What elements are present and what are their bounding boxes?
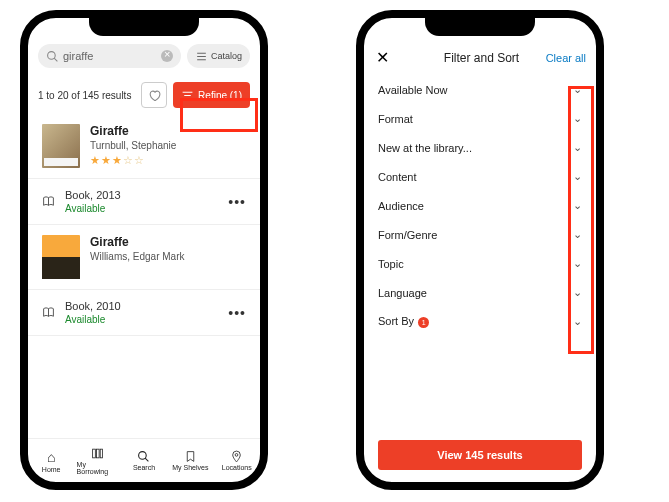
bookmark-icon [184,450,197,463]
tab-label: Home [42,466,61,473]
filter-label: Topic [378,258,573,270]
tab-label: Locations [222,464,252,471]
book-icon [42,306,55,319]
favorite-button[interactable] [141,82,167,108]
svg-rect-12 [100,449,102,458]
result-format-row[interactable]: Book, 2010 Available ••• [28,290,260,336]
result-card[interactable]: Giraffe Turnbull, Stephanie ★★★☆☆ [28,114,260,179]
tab-my-shelves[interactable]: My Shelves [169,450,211,471]
filter-audience[interactable]: Audience⌄ [378,191,582,220]
filter-label: Content [378,171,573,183]
filter-new-at-library[interactable]: New at the library...⌄ [378,133,582,162]
svg-point-13 [139,452,147,460]
result-author: Williams, Edgar Mark [90,251,246,262]
filter-label-text: Sort By [378,315,414,327]
book-cover-thumbnail [42,124,80,168]
chevron-down-icon: ⌄ [573,228,582,241]
tab-search[interactable]: Search [123,450,165,471]
filter-label: Language [378,287,573,299]
filter-label: New at the library... [378,142,573,154]
book-icon [42,195,55,208]
format-year: Book, 2010 [65,300,218,312]
view-results-button[interactable]: View 145 results [378,440,582,470]
chevron-down-icon: ⌄ [573,112,582,125]
filter-content[interactable]: Content⌄ [378,162,582,191]
notch [89,18,199,36]
chevron-down-icon: ⌄ [573,199,582,212]
filter-list: Available Now⌄ Format⌄ New at the librar… [364,75,596,336]
svg-rect-11 [96,449,99,458]
clear-search-icon[interactable] [161,50,173,62]
chevron-down-icon: ⌄ [573,141,582,154]
result-card[interactable]: Giraffe Williams, Edgar Mark [28,225,260,290]
list-icon [195,50,208,63]
filter-language[interactable]: Language⌄ [378,278,582,307]
svg-point-15 [235,454,238,457]
view-results-label: View 145 results [437,449,522,461]
phone-right: ✕ Filter and Sort Clear all Available No… [356,10,604,490]
refine-label: Refine (1) [198,90,242,101]
borrowing-icon [91,447,104,460]
filter-available-now[interactable]: Available Now⌄ [378,75,582,104]
location-icon [230,450,243,463]
filter-label: Audience [378,200,573,212]
heart-icon [148,89,161,102]
filter-count-badge: 1 [418,317,429,328]
phone-left: giraffe Catalog 1 to 20 of 145 results R… [20,10,268,490]
result-format-row[interactable]: Book, 2013 Available ••• [28,179,260,225]
notch [425,18,535,36]
more-icon[interactable]: ••• [228,305,246,321]
availability-label: Available [65,203,218,214]
results-summary: 1 to 20 of 145 results [38,90,135,101]
home-icon: ⌂ [47,449,55,465]
availability-label: Available [65,314,218,325]
svg-rect-10 [93,449,96,458]
filter-format[interactable]: Format⌄ [378,104,582,133]
clear-all-button[interactable]: Clear all [546,52,586,64]
filter-label: Available Now [378,84,573,96]
filter-icon [181,89,194,102]
filter-label: Form/Genre [378,229,573,241]
filter-sort-by[interactable]: Sort By1 ⌄ [378,307,582,336]
tab-locations[interactable]: Locations [216,450,258,471]
tab-my-borrowing[interactable]: My Borrowing [77,447,119,475]
tab-label: My Borrowing [77,461,119,475]
format-year: Book, 2013 [65,189,218,201]
catalog-selector[interactable]: Catalog [187,44,250,68]
filter-label: Sort By1 [378,315,573,328]
search-results-screen: giraffe Catalog 1 to 20 of 145 results R… [28,18,260,482]
results-list[interactable]: Giraffe Turnbull, Stephanie ★★★☆☆ Book, … [28,114,260,438]
chevron-down-icon: ⌄ [573,286,582,299]
chevron-down-icon: ⌄ [573,83,582,96]
tab-home[interactable]: ⌂ Home [30,449,72,473]
svg-line-1 [54,58,57,61]
svg-line-14 [146,458,149,461]
result-title: Giraffe [90,235,246,249]
tab-label: Search [133,464,155,471]
chevron-down-icon: ⌄ [573,170,582,183]
svg-point-0 [48,51,56,59]
filter-topic[interactable]: Topic⌄ [378,249,582,278]
rating-stars: ★★★☆☆ [90,154,246,167]
refine-button[interactable]: Refine (1) [173,82,250,108]
result-author: Turnbull, Stephanie [90,140,246,151]
search-query-text: giraffe [63,50,157,62]
bottom-tabbar: ⌂ Home My Borrowing Search My Shelves Lo… [28,438,260,482]
catalog-label: Catalog [211,51,242,61]
filter-label: Format [378,113,573,125]
filter-sort-screen: ✕ Filter and Sort Clear all Available No… [364,18,596,482]
book-cover-thumbnail [42,235,80,279]
filter-form-genre[interactable]: Form/Genre⌄ [378,220,582,249]
more-icon[interactable]: ••• [228,194,246,210]
search-icon [137,450,150,463]
chevron-down-icon: ⌄ [573,315,582,328]
result-title: Giraffe [90,124,246,138]
search-icon [46,50,59,63]
chevron-down-icon: ⌄ [573,257,582,270]
tab-label: My Shelves [172,464,208,471]
search-input[interactable]: giraffe [38,44,181,68]
